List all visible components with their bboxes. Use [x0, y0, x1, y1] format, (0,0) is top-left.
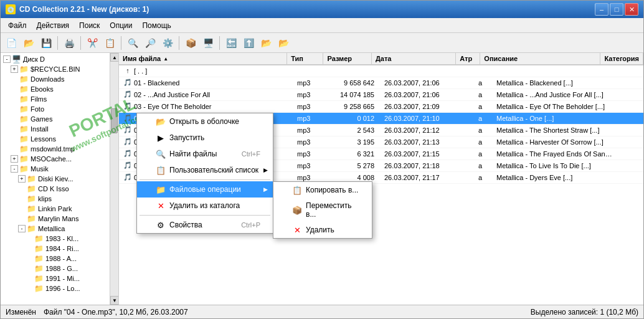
ctx-file-ops-wrapper[interactable]: 📁 Файловые операции 📋 Копировать в... 📦 … — [137, 181, 273, 198]
context-menu-overlay[interactable]: 📂 Открыть в оболочке ▶ Запустить 🔍 Найти… — [1, 1, 643, 318]
ctx-run-label: Запустить — [169, 133, 204, 142]
delete-sub-icon: ✕ — [292, 225, 302, 235]
ctx-file-ops[interactable]: 📁 Файловые операции — [137, 181, 273, 198]
ctx-user-list[interactable]: 📋 Пользовательский список — [137, 162, 273, 178]
ctx-user-list-label: Пользовательский список — [169, 166, 258, 174]
ctx-delete-sub[interactable]: ✕ Удалить — [273, 222, 372, 238]
ctx-sep-2 — [140, 215, 270, 216]
ctx-find-label: Найти файлы — [169, 150, 217, 158]
context-submenu: 📋 Копировать в... 📦 Переместить в... ✕ У… — [273, 181, 372, 239]
ctx-delete-catalog[interactable]: ✕ Удалить из каталога — [137, 198, 273, 214]
user-list-icon: 📋 — [156, 165, 166, 175]
file-ops-icon: 📁 — [156, 184, 166, 194]
ctx-open-shell-label: Открыть в оболочке — [169, 117, 239, 126]
open-shell-icon: 📂 — [156, 117, 166, 126]
ctx-delete-catalog-label: Удалить из каталога — [169, 201, 240, 210]
context-menu: 📂 Открыть в оболочке ▶ Запустить 🔍 Найти… — [136, 113, 273, 234]
ctx-properties-shortcut: Ctrl+P — [241, 221, 260, 229]
ctx-find[interactable]: 🔍 Найти файлы Ctrl+F — [137, 146, 273, 162]
ctx-find-shortcut: Ctrl+F — [242, 150, 260, 158]
ctx-delete-sub-label: Удалить — [306, 226, 334, 234]
run-icon: ▶ — [156, 133, 166, 143]
main-window: 💿 CD Collection 2.21 - New (дисков: 1) –… — [0, 0, 644, 319]
ctx-sep-1 — [140, 179, 270, 180]
ctx-move-to[interactable]: 📦 Переместить в... — [273, 198, 372, 222]
ctx-move-to-label: Переместить в... — [306, 201, 359, 219]
ctx-run[interactable]: ▶ Запустить — [137, 130, 273, 146]
ctx-file-ops-label: Файловые операции — [169, 185, 241, 194]
ctx-copy-to[interactable]: 📋 Копировать в... — [273, 182, 372, 198]
copy-to-icon: 📋 — [292, 185, 302, 195]
ctx-open-shell[interactable]: 📂 Открыть в оболочке — [137, 113, 273, 130]
properties-icon: ⚙ — [156, 220, 166, 230]
ctx-properties[interactable]: ⚙ Свойства Ctrl+P — [137, 217, 273, 233]
find-icon: 🔍 — [156, 149, 166, 159]
ctx-copy-to-label: Копировать в... — [306, 186, 358, 194]
move-to-icon: 📦 — [292, 205, 302, 215]
delete-catalog-icon: ✕ — [156, 201, 166, 211]
ctx-properties-label: Свойства — [169, 221, 202, 229]
